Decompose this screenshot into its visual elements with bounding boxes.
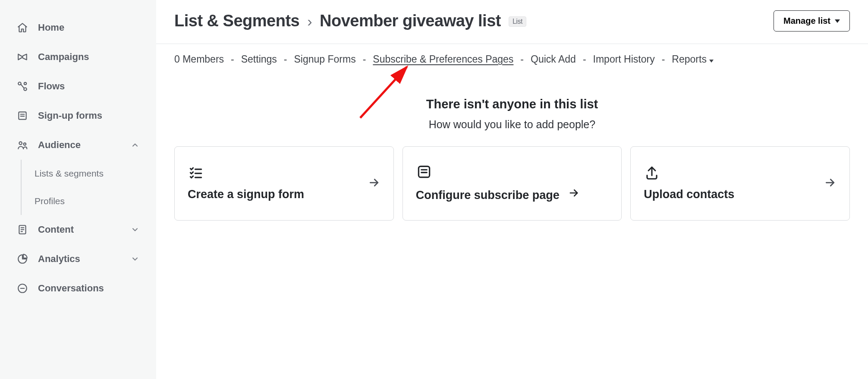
home-icon <box>16 22 28 34</box>
sidebar-item-campaigns[interactable]: Campaigns <box>0 42 156 72</box>
audience-icon <box>16 139 28 151</box>
sidebar: Home Campaigns Flows Sign-up forms Audie <box>0 0 156 379</box>
caret-down-icon <box>709 60 714 63</box>
action-cards: Create a signup form Configure subscribe… <box>174 146 850 221</box>
sidebar-item-label: Audience <box>38 139 121 151</box>
breadcrumb: List & Segments › November giveaway list… <box>174 12 526 30</box>
svg-point-5 <box>24 143 26 145</box>
upload-icon <box>644 164 660 181</box>
arrow-right-icon <box>568 187 580 199</box>
sidebar-item-label: Analytics <box>38 253 121 265</box>
sidebar-item-analytics[interactable]: Analytics <box>0 244 156 274</box>
arrow-right-icon <box>368 176 381 189</box>
card-title: Configure subscribe page <box>416 187 580 202</box>
svg-point-2 <box>24 82 26 85</box>
form-icon <box>16 110 28 122</box>
breadcrumb-parent[interactable]: List & Segments <box>174 12 299 30</box>
content-icon <box>16 224 28 236</box>
tab-members[interactable]: 0 Members <box>174 54 224 65</box>
sidebar-item-label: Flows <box>38 81 139 92</box>
sidebar-item-label: Campaigns <box>38 51 139 63</box>
chevron-down-icon <box>131 225 139 234</box>
sidebar-item-label: Sign-up forms <box>38 110 139 121</box>
tab-import-history[interactable]: Import History <box>593 54 655 65</box>
tab-quick-add[interactable]: Quick Add <box>531 54 576 65</box>
svg-point-4 <box>19 142 22 145</box>
conversations-icon <box>16 282 28 294</box>
caret-down-icon <box>835 19 840 23</box>
tab-subscribe-preferences[interactable]: Subscribe & Preferences Pages <box>373 54 513 65</box>
sidebar-subitems-audience: Lists & segments Profiles <box>21 160 156 215</box>
annotation-arrow-icon <box>356 62 416 122</box>
sidebar-item-home[interactable]: Home <box>0 13 156 42</box>
campaigns-icon <box>16 51 28 63</box>
sidebar-item-label: Home <box>38 22 139 33</box>
flows-icon <box>16 80 28 92</box>
page-header: List & Segments › November giveaway list… <box>156 0 868 44</box>
sidebar-item-audience[interactable]: Audience <box>0 130 156 160</box>
list-type-badge: List <box>509 16 526 27</box>
chevron-down-icon <box>131 255 139 263</box>
card-title: Upload contacts <box>644 188 734 201</box>
analytics-icon <box>16 253 28 265</box>
card-configure-subscribe-page[interactable]: Configure subscribe page <box>403 146 622 221</box>
page-icon <box>416 164 432 180</box>
empty-state-title: There isn't anyone in this list <box>174 97 850 111</box>
tab-signup-forms[interactable]: Signup Forms <box>294 54 356 65</box>
manage-list-button[interactable]: Manage list <box>774 10 850 32</box>
card-create-signup-form[interactable]: Create a signup form <box>174 146 394 221</box>
checklist-icon <box>188 164 204 181</box>
sidebar-item-content[interactable]: Content <box>0 215 156 244</box>
sidebar-item-signup-forms[interactable]: Sign-up forms <box>0 101 156 130</box>
breadcrumb-current: November giveaway list <box>320 12 501 30</box>
sidebar-subitem-lists-segments[interactable]: Lists & segments <box>35 160 156 187</box>
tab-reports[interactable]: Reports <box>672 54 714 65</box>
manage-list-label: Manage list <box>783 16 830 26</box>
list-tabs: 0 Members - Settings - Signup Forms - Su… <box>156 44 868 69</box>
empty-state-subtitle: How would you like to add people? <box>174 118 850 131</box>
card-title: Create a signup form <box>188 188 304 201</box>
content-area: There isn't anyone in this list How woul… <box>156 69 868 238</box>
sidebar-item-label: Conversations <box>38 283 139 294</box>
main-content: List & Segments › November giveaway list… <box>156 0 868 379</box>
chevron-up-icon <box>131 141 139 149</box>
card-upload-contacts[interactable]: Upload contacts <box>630 146 850 221</box>
sidebar-item-flows[interactable]: Flows <box>0 72 156 101</box>
sidebar-item-label: Content <box>38 224 121 235</box>
breadcrumb-separator: › <box>307 13 312 30</box>
tab-settings[interactable]: Settings <box>241 54 277 65</box>
sidebar-item-conversations[interactable]: Conversations <box>0 274 156 303</box>
sidebar-subitem-profiles[interactable]: Profiles <box>35 187 156 215</box>
arrow-right-icon <box>824 176 837 189</box>
